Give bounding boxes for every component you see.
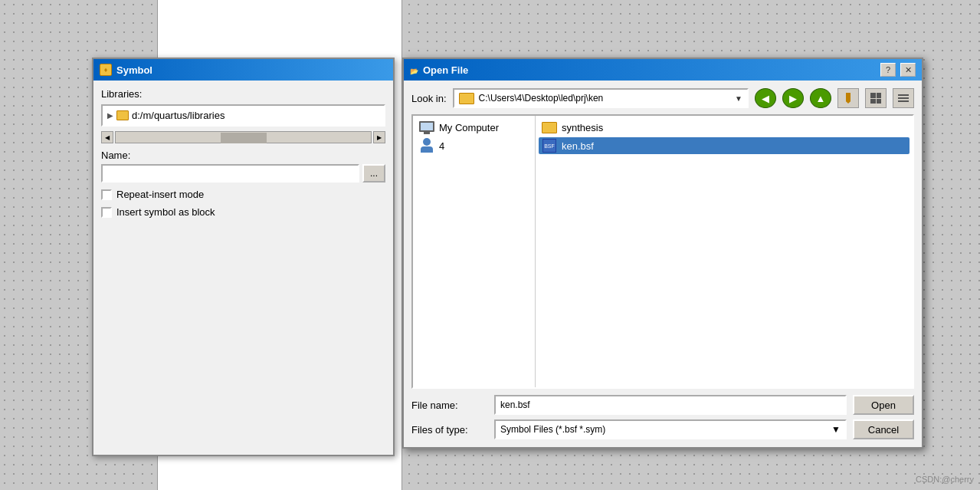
lookin-label: Look in: — [411, 93, 447, 104]
help-button[interactable]: ? — [880, 63, 896, 77]
insert-as-block-checkbox[interactable] — [101, 207, 112, 218]
kenbsf-label: ken.bsf — [562, 140, 594, 152]
libraries-label: Libraries: — [101, 88, 385, 100]
name-label: Name: — [101, 150, 385, 161]
libraries-section: Libraries: ▶ d:/m/quartus/libraries ◀ ▶ — [101, 88, 385, 143]
open-dialog-body: Look in: C:\Users\4\Desktop\led\prj\ken … — [404, 81, 922, 447]
scroll-left-btn[interactable]: ◀ — [101, 131, 113, 143]
lookin-path: C:\Users\4\Desktop\led\prj\ken — [479, 93, 731, 104]
symbol-body: Libraries: ▶ d:/m/quartus/libraries ◀ ▶ … — [93, 81, 393, 455]
left-pane-item-mycomputer[interactable]: My Computer — [416, 119, 532, 136]
my-computer-label: My Computer — [439, 122, 499, 133]
open-dialog-titlebar: 📂 Open File ? ✕ — [404, 59, 922, 81]
open-file-dialog: 📂 Open File ? ✕ Look in: C:\Users\4\Desk… — [402, 58, 923, 449]
up-button[interactable]: ▲ — [810, 88, 831, 108]
name-input[interactable] — [101, 164, 359, 183]
toolbar-row: Look in: C:\Users\4\Desktop\led\prj\ken … — [411, 88, 914, 108]
lookin-folder-icon — [459, 93, 474, 104]
tree-arrow: ▶ — [107, 111, 113, 120]
bookmark-button[interactable] — [837, 88, 859, 108]
watermark: CSDN:@cherry — [916, 475, 974, 484]
grid-view-button[interactable] — [865, 88, 887, 108]
scroll-track[interactable] — [115, 131, 372, 143]
user-label: 4 — [439, 140, 444, 152]
horizontal-scrollbar[interactable]: ◀ ▶ — [101, 131, 385, 143]
synthesis-label: synthesis — [562, 122, 603, 133]
open-dialog-icon: 📂 — [410, 64, 418, 76]
cancel-button[interactable]: Cancel — [853, 419, 914, 439]
open-dialog-title: Open File — [423, 64, 876, 76]
symbol-app-icon: ♦ — [100, 64, 112, 76]
person-icon — [419, 138, 434, 153]
repeat-insert-checkbox-row[interactable]: Repeat-insert mode — [101, 189, 385, 200]
right-pane-item-kenbsf[interactable]: BSF ken.bsf — [539, 137, 910, 154]
lookin-arrow-icon: ▼ — [735, 94, 742, 103]
bsf-icon: BSF — [542, 139, 556, 153]
right-pane: synthesis BSF ken.bsf — [536, 116, 913, 387]
scroll-thumb[interactable] — [221, 133, 267, 143]
open-button[interactable]: Open — [853, 395, 914, 415]
scroll-right-btn[interactable]: ▶ — [373, 131, 385, 143]
filetype-label: Files of type: — [411, 424, 488, 436]
tree-item-label: d:/m/quartus/libraries — [132, 110, 225, 121]
lookin-dropdown[interactable]: C:\Users\4\Desktop\led\prj\ken ▼ — [453, 88, 749, 108]
symbol-dialog-title: Symbol — [116, 64, 387, 76]
folder-yellow-icon — [542, 122, 557, 133]
monitor-icon — [419, 121, 434, 133]
synthesis-folder-icon — [542, 121, 557, 133]
list-view-button[interactable] — [893, 88, 914, 108]
bsf-file-icon: BSF — [542, 140, 557, 152]
insert-as-block-checkbox-row[interactable]: Insert symbol as block — [101, 206, 385, 218]
repeat-insert-label: Repeat-insert mode — [116, 189, 204, 200]
filetype-row: Files of type: Symbol Files (*.bsf *.sym… — [411, 419, 914, 439]
filename-input[interactable] — [494, 395, 847, 415]
folder-icon — [116, 110, 129, 120]
name-row: ... — [101, 164, 385, 183]
left-pane: My Computer 4 — [413, 116, 536, 387]
file-pane: My Computer 4 — [411, 114, 914, 389]
computer-icon — [419, 121, 434, 133]
user-icon — [419, 140, 434, 152]
symbol-titlebar: ♦ Symbol — [93, 59, 393, 81]
name-section: Name: ... — [101, 150, 385, 183]
filetype-value: Symbol Files (*.bsf *.sym) — [500, 424, 605, 435]
filetype-arrow-icon: ▼ — [831, 424, 841, 435]
filename-row: File name: Open — [411, 395, 914, 415]
symbol-dialog: ♦ Symbol Libraries: ▶ d:/m/quartus/libra… — [92, 58, 395, 456]
left-pane-item-user4[interactable]: 4 — [416, 137, 532, 154]
grid-view-icon — [870, 93, 881, 104]
libraries-tree[interactable]: ▶ d:/m/quartus/libraries — [101, 104, 385, 127]
tree-item-libraries[interactable]: ▶ d:/m/quartus/libraries — [106, 109, 381, 122]
forward-button[interactable]: ▶ — [782, 88, 804, 108]
filetype-dropdown[interactable]: Symbol Files (*.bsf *.sym) ▼ — [494, 419, 847, 439]
list-view-icon — [898, 93, 909, 104]
repeat-insert-checkbox[interactable] — [101, 189, 112, 200]
insert-as-block-label: Insert symbol as block — [116, 206, 215, 218]
close-button[interactable]: ✕ — [900, 63, 916, 77]
browse-button[interactable]: ... — [362, 164, 385, 183]
bottom-rows: File name: Open Files of type: Symbol Fi… — [411, 395, 914, 439]
filename-label: File name: — [411, 400, 488, 411]
right-pane-item-synthesis[interactable]: synthesis — [539, 119, 910, 136]
back-button[interactable]: ◀ — [755, 88, 776, 108]
